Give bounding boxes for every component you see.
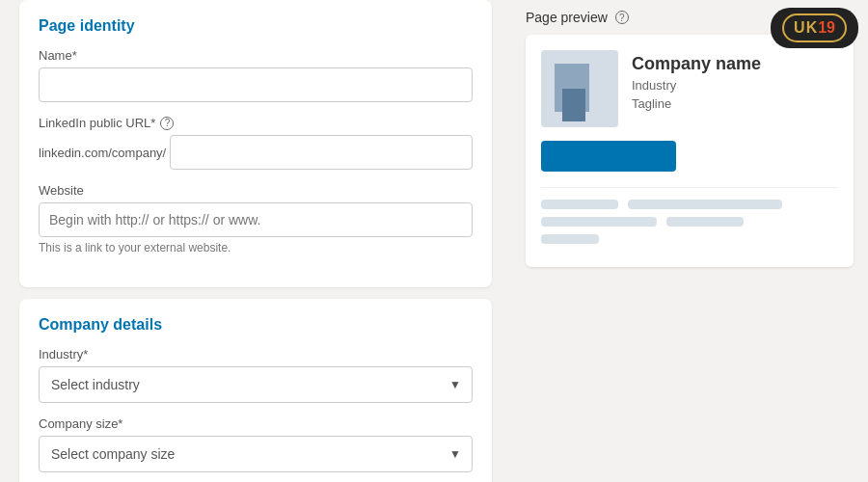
company-logo-placeholder — [541, 50, 618, 127]
preview-cta-button-placeholder — [541, 141, 838, 172]
website-field-group: Website This is a link to your external … — [39, 183, 473, 254]
name-input[interactable] — [39, 67, 473, 102]
industry-select[interactable]: Select industry — [39, 366, 473, 403]
url-row: linkedin.com/company/ — [39, 135, 473, 170]
preview-label: Page preview — [526, 10, 608, 25]
company-size-label: Company size* — [39, 416, 473, 431]
preview-line-row-1 — [541, 200, 838, 209]
left-panel: Page identity Name* LinkedIn public URL*… — [0, 0, 511, 482]
company-size-select[interactable]: Select company size — [39, 436, 473, 472]
logo-19-text: 19 — [818, 19, 835, 37]
preview-line-2a — [541, 217, 657, 227]
industry-label: Industry* — [39, 347, 473, 362]
url-field-group: LinkedIn public URL* ? linkedin.com/comp… — [39, 116, 473, 170]
preview-tagline: Tagline — [632, 96, 761, 111]
name-field-group: Name* — [39, 48, 473, 102]
preview-card: Company name Industry Tagline — [526, 35, 854, 267]
preview-industry: Industry — [632, 78, 761, 93]
website-input[interactable] — [39, 202, 473, 237]
url-help-icon[interactable]: ? — [160, 117, 174, 130]
company-details-title: Company details — [39, 316, 473, 334]
website-label: Website — [39, 183, 473, 198]
logo-badge: UK 19 — [771, 8, 858, 48]
preview-line-1b — [628, 200, 782, 209]
right-panel: UK 19 Page preview ? Company name Indust… — [511, 0, 868, 482]
url-prefix: linkedin.com/company/ — [39, 146, 166, 160]
preview-company-name: Company name — [632, 54, 761, 74]
industry-select-wrapper: Select industry ▼ — [39, 366, 473, 403]
website-hint: This is a link to your external website. — [39, 241, 473, 254]
preview-top: Company name Industry Tagline — [541, 50, 838, 127]
preview-line-row-2 — [541, 217, 838, 227]
preview-help-icon[interactable]: ? — [615, 11, 629, 24]
preview-button — [541, 141, 676, 172]
industry-field-group: Industry* Select industry ▼ — [39, 347, 473, 403]
preview-info: Company name Industry Tagline — [632, 50, 761, 127]
url-label: LinkedIn public URL* ? — [39, 116, 473, 130]
url-input[interactable] — [170, 135, 473, 170]
preview-line-1a — [541, 200, 618, 209]
page-identity-title: Page identity — [39, 17, 473, 35]
preview-line-2b — [666, 217, 744, 227]
name-label: Name* — [39, 48, 473, 63]
logo-block-2 — [562, 89, 585, 121]
preview-line-3a — [541, 234, 599, 244]
page-identity-card: Page identity Name* LinkedIn public URL*… — [19, 0, 492, 287]
logo-border: UK 19 — [782, 13, 847, 42]
company-size-field-group: Company size* Select company size ▼ — [39, 416, 473, 472]
logo-uk-text: UK — [794, 19, 818, 37]
preview-line-row-3 — [541, 234, 838, 244]
company-details-card: Company details Industry* Select industr… — [19, 299, 492, 482]
preview-lines — [541, 187, 838, 244]
company-size-select-wrapper: Select company size ▼ — [39, 436, 473, 472]
